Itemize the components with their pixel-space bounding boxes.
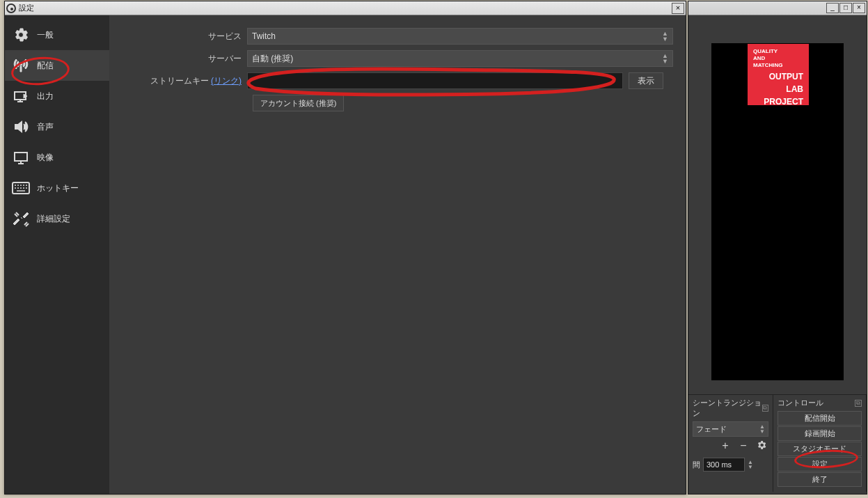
service-value: Twitch [252, 31, 276, 41]
updown-icon[interactable]: ▲▼ [748, 460, 753, 469]
gear-icon [12, 26, 30, 44]
settings-close-button[interactable]: × [672, 3, 684, 14]
obs-logo-icon [6, 3, 16, 13]
speaker-icon [12, 118, 30, 136]
preview-source-logo: QUALITY AND MATCHING OUTPUT LAB PROJECT [748, 44, 809, 105]
streamkey-link[interactable]: (リンク) [211, 76, 242, 86]
remove-transition-button[interactable]: − [736, 439, 750, 453]
popout-icon[interactable]: ⧉ [855, 400, 862, 407]
connect-account-button[interactable]: アカウント接続 (推奨) [253, 95, 344, 111]
duration-label: 間 [693, 460, 700, 470]
start-stream-button[interactable]: 配信開始 [778, 411, 862, 426]
transition-type-value: フェード [696, 424, 727, 435]
logo-big: OUTPUT [753, 72, 803, 81]
transition-duration-input[interactable] [703, 458, 745, 472]
bottom-panels: シーントランジション ⧉ フェード ▲▼ + − 間 ▲▼ コ [688, 394, 867, 492]
updown-icon: ▲▼ [662, 31, 668, 42]
service-select[interactable]: Twitch ▲▼ [247, 28, 673, 45]
updown-icon: ▲▼ [759, 424, 765, 434]
sidebar-item-label: 一般 [37, 29, 54, 41]
server-value: 自動 (推奨) [252, 53, 293, 65]
sidebar-item-label: 出力 [37, 91, 54, 102]
streamkey-label: ストリームキー (リンク) [122, 75, 247, 87]
sidebar-item-label: 配信 [37, 60, 54, 72]
preview-area: QUALITY AND MATCHING OUTPUT LAB PROJECT [688, 15, 867, 394]
tools-icon [12, 210, 30, 228]
popout-icon[interactable]: ⧉ [762, 405, 768, 412]
service-label: サービス [122, 31, 247, 42]
sidebar-item-advanced[interactable]: 詳細設定 [5, 203, 109, 234]
sidebar-item-label: 詳細設定 [37, 213, 70, 225]
panel-header-transitions: シーントランジション ⧉ [693, 398, 768, 419]
logo-line: MATCHING [753, 62, 803, 69]
streamkey-label-text: ストリームキー [150, 76, 209, 86]
sidebar-item-label: 音声 [37, 121, 54, 133]
logo-big: LAB [753, 84, 803, 94]
transition-type-select[interactable]: フェード ▲▼ [693, 421, 768, 437]
monitor-icon [12, 148, 30, 166]
updown-icon: ▲▼ [662, 53, 668, 64]
sidebar-item-audio[interactable]: 音声 [5, 111, 109, 142]
sidebar-item-output[interactable]: 出力 [5, 81, 109, 111]
sidebar-item-hotkeys[interactable]: ホットキー [5, 173, 109, 203]
studio-mode-button[interactable]: スタジオモード [778, 442, 862, 456]
settings-dialog: 設定 × 一般 配信 出力 [4, 1, 686, 495]
settings-sidebar: 一般 配信 出力 音声 [5, 15, 109, 494]
logo-line: QUALITY [753, 48, 803, 55]
keyboard-icon [12, 179, 30, 197]
sidebar-item-general[interactable]: 一般 [5, 20, 109, 50]
panel-title: コントロール [778, 398, 823, 408]
main-titlebar: _ □ × [688, 1, 867, 15]
obs-main-window: _ □ × QUALITY AND MATCHING OUTPUT LAB PR… [688, 1, 867, 495]
panel-header-controls: コントロール ⧉ [778, 398, 862, 408]
logo-big: PROJECT [753, 97, 803, 107]
sidebar-item-label: ホットキー [37, 182, 79, 194]
preview-canvas[interactable]: QUALITY AND MATCHING OUTPUT LAB PROJECT [711, 43, 844, 380]
transition-settings-gear-icon[interactable] [755, 439, 768, 453]
settings-form-stream: サービス Twitch ▲▼ サーバー 自動 (推奨) ▲▼ ストリームキー (… [109, 15, 686, 494]
minimize-button[interactable]: _ [826, 3, 839, 13]
maximize-button[interactable]: □ [839, 3, 852, 13]
add-transition-button[interactable]: + [718, 439, 732, 453]
start-record-button[interactable]: 録画開始 [778, 426, 862, 441]
settings-window-title: 設定 [19, 3, 34, 13]
panel-controls: コントロール ⧉ 配信開始 録画開始 スタジオモード 設定 終了 [773, 395, 867, 492]
show-streamkey-button[interactable]: 表示 [629, 72, 663, 89]
exit-button[interactable]: 終了 [778, 472, 862, 487]
sidebar-item-stream[interactable]: 配信 [5, 50, 109, 81]
panel-transitions: シーントランジション ⧉ フェード ▲▼ + − 間 ▲▼ [688, 395, 773, 492]
settings-titlebar: 設定 × [5, 1, 686, 15]
broadcast-icon [12, 56, 30, 75]
output-icon [12, 87, 30, 105]
sidebar-item-video[interactable]: 映像 [5, 142, 109, 173]
settings-button[interactable]: 設定 [778, 457, 862, 472]
sidebar-item-label: 映像 [37, 152, 54, 164]
server-label: サーバー [122, 53, 247, 65]
stream-key-input[interactable] [247, 72, 623, 89]
close-button[interactable]: × [853, 3, 865, 13]
server-select[interactable]: 自動 (推奨) ▲▼ [247, 50, 673, 67]
logo-line: AND [753, 55, 803, 62]
panel-title: シーントランジション [693, 398, 762, 419]
